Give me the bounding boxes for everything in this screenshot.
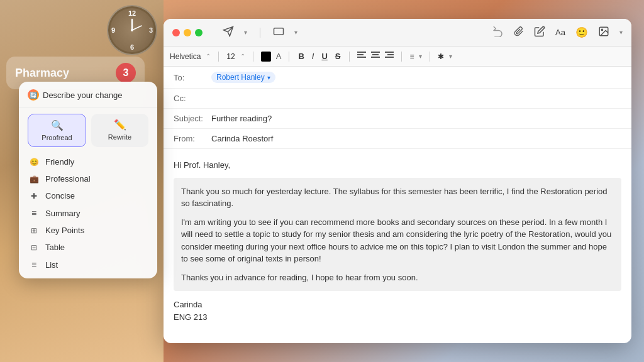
from-field: From: Carinda Roestorf: [164, 129, 631, 149]
menu-item-list[interactable]: ≡ List: [19, 256, 157, 273]
rewrite-button[interactable]: ✏️ Rewrite: [91, 114, 148, 147]
svg-rect-11: [371, 57, 380, 58]
list-label: List: [45, 260, 58, 270]
view-icon[interactable]: [273, 27, 284, 38]
align-left-icon[interactable]: [357, 52, 366, 61]
subject-value[interactable]: Further reading?: [211, 114, 272, 123]
menu-item-concise[interactable]: ✚ Concise: [19, 187, 157, 204]
body-sig1: Carinda: [174, 299, 621, 311]
font-size[interactable]: 12: [226, 52, 235, 61]
svg-rect-6: [357, 52, 366, 53]
svg-rect-7: [357, 54, 364, 55]
pharmacy-name: Pharmacy: [15, 67, 69, 80]
rewrite-icon: ✏️: [114, 119, 126, 131]
to-label: To:: [174, 73, 211, 82]
table-icon: ⊟: [29, 243, 39, 252]
svg-rect-12: [385, 52, 394, 53]
toolbar-icons: ▾ ▾: [223, 26, 297, 40]
clock-face: 12 3 6 9: [110, 8, 154, 52]
ai-popup-title: Describe your change: [43, 90, 122, 100]
left-panel: 12 3 6 9 Pharmacy 3 🔄 Describe your chan…: [0, 0, 164, 362]
menu-item-summary[interactable]: ≡ Summary: [19, 204, 157, 222]
view-chevron-icon[interactable]: ▾: [294, 29, 297, 36]
to-field: To: Robert Hanley: [164, 67, 631, 89]
format-bar: Helvetica ⌃ 12 ⌃ A B I U S ≡ ▾ ✱ ▾: [164, 47, 631, 67]
body-highlight: Thank you so much for yesterday lecture.…: [174, 178, 621, 292]
body-para4: Thanks you in advance for reading, I hop…: [181, 272, 614, 284]
close-button[interactable]: [172, 29, 180, 36]
friendly-label: Friendly: [45, 157, 74, 167]
traffic-lights: [172, 29, 203, 36]
format-divider-5: [401, 52, 402, 62]
attachment-icon[interactable]: [514, 26, 524, 40]
text-color-icon[interactable]: A: [276, 52, 282, 61]
table-label: Table: [45, 243, 65, 252]
cc-label: Cc:: [174, 94, 211, 103]
mail-window: ▾ ▾: [164, 19, 631, 343]
mail-content: To: Robert Hanley Cc: Subject: Further r…: [164, 67, 631, 343]
format-divider-1: [218, 52, 219, 62]
ai-icon: 🔄: [28, 89, 39, 101]
svg-rect-10: [372, 54, 379, 55]
menu-item-professional[interactable]: 💼 Professional: [19, 170, 157, 187]
undo-icon[interactable]: [492, 26, 504, 40]
format-divider-4: [349, 52, 350, 62]
subject-label: Subject:: [174, 114, 211, 123]
subject-field: Subject: Further reading?: [164, 109, 631, 129]
mail-body[interactable]: Hi Prof. Hanley, Thank you so much for y…: [164, 149, 631, 333]
summary-icon: ≡: [29, 208, 39, 218]
svg-rect-8: [357, 57, 366, 58]
concise-label: Concise: [45, 191, 75, 200]
clock-widget: 12 3 6 9: [107, 5, 157, 55]
font-name[interactable]: Helvetica: [170, 52, 201, 61]
body-greeting: Hi Prof. Hanley,: [174, 159, 621, 172]
menu-item-friendly[interactable]: 😊 Friendly: [19, 153, 157, 170]
more-format-dropdown[interactable]: ▾: [449, 53, 452, 60]
summary-label: Summary: [45, 209, 80, 218]
from-value: Carinda Roestorf: [211, 134, 273, 143]
font-size-label: Aa: [555, 28, 565, 37]
proofread-button[interactable]: 🔍 Proofread: [28, 114, 86, 147]
font-dropdown-icon[interactable]: ⌃: [206, 53, 211, 60]
svg-line-1: [132, 26, 142, 30]
proofread-label: Proofread: [42, 134, 72, 141]
emoji-icon[interactable]: 🙂: [575, 26, 588, 38]
from-label: From:: [174, 134, 211, 143]
list-icon: ≡: [29, 260, 39, 270]
align-right-icon[interactable]: [385, 52, 394, 61]
to-value[interactable]: Robert Hanley: [211, 72, 275, 83]
list-format-dropdown[interactable]: ▾: [419, 53, 422, 60]
align-center-icon[interactable]: [371, 52, 380, 61]
pharmacy-badge: 3: [116, 63, 136, 83]
list-format-icon[interactable]: ≡: [409, 52, 414, 61]
font-size-dropdown[interactable]: ⌃: [240, 53, 245, 60]
bold-button[interactable]: B: [297, 52, 305, 61]
send-chevron-icon[interactable]: ▾: [244, 29, 247, 36]
format-divider-6: [430, 52, 430, 62]
cc-field: Cc:: [164, 89, 631, 109]
text-color-swatch[interactable]: [261, 52, 271, 62]
strikethrough-button[interactable]: S: [334, 52, 342, 61]
format-divider-2: [253, 52, 253, 62]
send-icon[interactable]: [223, 26, 234, 40]
minimize-button[interactable]: [184, 29, 191, 36]
menu-item-table[interactable]: ⊟ Table: [19, 239, 157, 256]
toolbar-right-icons: Aa 🙂 ▾: [492, 26, 623, 40]
more-format-icon[interactable]: ✱: [438, 52, 444, 61]
compose-icon[interactable]: [534, 26, 545, 40]
underline-button[interactable]: U: [320, 52, 328, 61]
concise-icon: ✚: [29, 192, 39, 200]
proofread-icon: 🔍: [51, 119, 64, 131]
menu-item-keypoints[interactable]: ⊞ Key Points: [19, 222, 157, 239]
svg-rect-9: [371, 52, 380, 53]
professional-icon: 💼: [29, 175, 39, 184]
svg-rect-3: [274, 28, 284, 35]
photos-chevron-icon[interactable]: ▾: [619, 29, 623, 36]
body-sig2: ENG 213: [174, 311, 621, 324]
rewrite-label: Rewrite: [108, 133, 131, 141]
photos-icon[interactable]: [598, 26, 609, 40]
professional-label: Professional: [45, 174, 91, 184]
italic-button[interactable]: I: [311, 52, 316, 61]
ai-buttons-row: 🔍 Proofread ✏️ Rewrite: [19, 107, 157, 153]
maximize-button[interactable]: [195, 29, 203, 36]
